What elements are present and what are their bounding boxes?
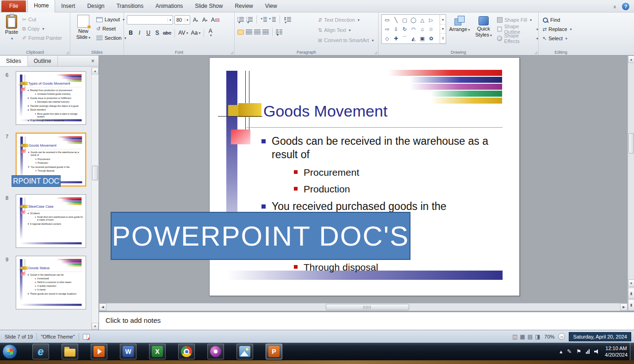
taskbar-excel[interactable]: X xyxy=(149,344,166,359)
select-button[interactable]: Select xyxy=(542,34,572,43)
current-slide-canvas[interactable]: Goods MovementGoods can be received in t… xyxy=(209,57,520,296)
shape-icon[interactable]: ◭ xyxy=(409,34,418,43)
shape-icon[interactable]: ▭ xyxy=(383,15,392,25)
decrease-indent-button[interactable] xyxy=(261,17,267,22)
copy-button[interactable]: ⧉Copy xyxy=(22,24,62,33)
ribbon-tab-home[interactable]: Home xyxy=(27,0,55,12)
shapes-more-icon[interactable]: ⊽ xyxy=(440,34,446,43)
shape-icon[interactable]: ✚ xyxy=(392,34,400,43)
slide-title[interactable]: Goods Movement xyxy=(263,102,387,120)
ribbon-tab-insert[interactable]: Insert xyxy=(55,0,81,12)
minimize-ribbon-icon[interactable]: ∧ xyxy=(613,4,616,9)
align-right-button[interactable] xyxy=(254,30,261,35)
shape-icon[interactable]: ☆ xyxy=(427,25,435,34)
zoom-level[interactable]: 70% xyxy=(544,334,554,339)
shape-icon[interactable]: ◇ xyxy=(383,34,392,43)
bold-button[interactable]: B xyxy=(127,28,135,37)
font-size-combo[interactable]: 80▾ xyxy=(174,15,190,25)
align-left-button[interactable] xyxy=(237,30,244,35)
scroll-down-icon[interactable]: ▼ xyxy=(628,279,634,287)
next-slide-button[interactable]: ▼▼ xyxy=(628,299,634,311)
paste-button[interactable]: Paste xyxy=(2,14,21,47)
justify-button[interactable] xyxy=(262,30,269,35)
shapes-scroll-up-icon[interactable]: ▲ xyxy=(440,15,446,25)
notes-pane[interactable]: Click to add notes xyxy=(99,311,634,330)
volume-icon[interactable] xyxy=(594,349,600,354)
help-icon[interactable]: ? xyxy=(622,3,629,10)
taskbar-internet-explorer[interactable]: e xyxy=(32,344,49,359)
scroll-up-icon[interactable]: ▲ xyxy=(628,56,634,63)
text-shadow-button[interactable]: S xyxy=(153,28,161,37)
shape-icon[interactable]: ╲ xyxy=(392,15,400,25)
network-icon[interactable] xyxy=(586,349,590,354)
font-dialog-launcher-icon[interactable]: ◿ xyxy=(231,51,233,54)
clipboard-dialog-launcher-icon[interactable]: ◿ xyxy=(67,51,69,54)
line-spacing-button[interactable] xyxy=(284,17,291,22)
shapes-scroll-down-icon[interactable]: ▼ xyxy=(440,25,446,34)
shape-icon[interactable]: ◯ xyxy=(409,15,418,25)
font-name-combo[interactable]: ▾ xyxy=(127,15,173,25)
shape-icon[interactable]: ▷ xyxy=(427,15,435,25)
ribbon-tab-design[interactable]: Design xyxy=(81,0,110,12)
taskbar-word[interactable]: W xyxy=(120,344,137,359)
taskbar-powerpoint[interactable]: P xyxy=(266,344,282,359)
paragraph-dialog-launcher-icon[interactable]: ◿ xyxy=(375,51,377,54)
taskbar-photo-viewer[interactable] xyxy=(236,344,253,359)
clear-formatting-button[interactable]: A xyxy=(210,15,220,25)
taskbar-media-player[interactable] xyxy=(91,344,107,359)
slide-thumbnail-6[interactable]: 6Types of Goods MovementReceipt from pro… xyxy=(16,71,86,125)
horizontal-scrollbar-thumb[interactable] xyxy=(326,304,409,310)
close-icon[interactable]: × xyxy=(87,56,99,66)
previous-slide-button[interactable]: ▲▲ xyxy=(628,288,634,299)
shape-fill-button[interactable]: Shape Fill xyxy=(497,15,538,25)
align-center-button[interactable] xyxy=(246,30,252,35)
shape-icon[interactable]: △ xyxy=(418,15,427,25)
shape-icon[interactable]: ⌂ xyxy=(418,25,427,34)
italic-button[interactable]: I xyxy=(136,28,143,37)
panel-scroll-down-icon[interactable]: ▼ xyxy=(92,323,99,330)
shape-outline-button[interactable]: Shape Outline xyxy=(497,25,538,34)
chevron-down-icon[interactable]: ▾ xyxy=(168,18,171,22)
taskbar-clock[interactable]: 12:10 AM 4/20/2024 xyxy=(605,345,628,358)
pen-input-icon[interactable]: ✎ xyxy=(567,349,572,354)
normal-view-icon[interactable]: ◫ xyxy=(512,333,518,340)
find-button[interactable]: Find xyxy=(542,15,572,25)
shape-icon[interactable]: ◠ xyxy=(409,25,418,34)
cut-button[interactable]: ✂Cut xyxy=(22,15,62,24)
ribbon-tab-view[interactable]: View xyxy=(259,0,283,12)
font-color-button[interactable]: A xyxy=(206,28,214,37)
replace-button[interactable]: Replace xyxy=(542,25,572,34)
strikethrough-button[interactable]: abe xyxy=(162,28,172,37)
numbering-button[interactable] xyxy=(246,17,253,22)
text-direction-button[interactable]: Text Direction xyxy=(318,15,373,25)
drawing-dialog-launcher-icon[interactable]: ◿ xyxy=(535,51,537,54)
reading-view-icon[interactable]: ▤ xyxy=(527,333,533,340)
tab-outline[interactable]: Outline xyxy=(28,56,58,66)
grow-font-button[interactable]: A xyxy=(192,15,199,25)
shrink-font-button[interactable]: A xyxy=(201,15,209,25)
spelling-status-icon[interactable] xyxy=(83,334,90,339)
shape-icon[interactable]: ⇨ xyxy=(383,25,392,34)
shape-effects-button[interactable]: Shape Effects xyxy=(497,34,538,43)
slideshow-icon[interactable]: ◨ xyxy=(535,333,541,340)
character-spacing-button[interactable]: AV xyxy=(177,28,189,37)
slide-thumbnail-9[interactable]: 9Goods StatusGoods in the warehouse can … xyxy=(16,256,86,309)
tray-expand-icon[interactable]: ▴ xyxy=(559,349,562,354)
ribbon-tab-slide-show[interactable]: Slide Show xyxy=(189,0,229,12)
columns-button[interactable] xyxy=(276,30,282,35)
increase-indent-button[interactable] xyxy=(269,17,276,22)
shape-icon[interactable]: ▣ xyxy=(418,34,427,43)
show-desktop-button[interactable] xyxy=(630,343,634,360)
panel-scrollbar-thumb[interactable] xyxy=(92,166,98,180)
scroll-right-icon[interactable]: ▶ xyxy=(620,303,628,311)
format-painter-button[interactable]: ✐Format Painter xyxy=(22,33,62,43)
vertical-scrollbar-thumb[interactable] xyxy=(628,133,634,154)
layout-button[interactable]: Layout xyxy=(96,15,126,24)
align-text-button[interactable]: Align Text xyxy=(318,25,373,35)
slide-thumbnail-8[interactable]: 8SteelCase Case10 plantsSmall short-term… xyxy=(16,194,86,248)
zoom-out-button[interactable]: − xyxy=(558,333,565,340)
change-case-button[interactable]: Aa xyxy=(190,28,202,37)
tab-slides[interactable]: Slides xyxy=(0,56,28,66)
scroll-left-icon[interactable]: ◀ xyxy=(99,303,106,311)
bullets-button[interactable] xyxy=(237,17,244,22)
